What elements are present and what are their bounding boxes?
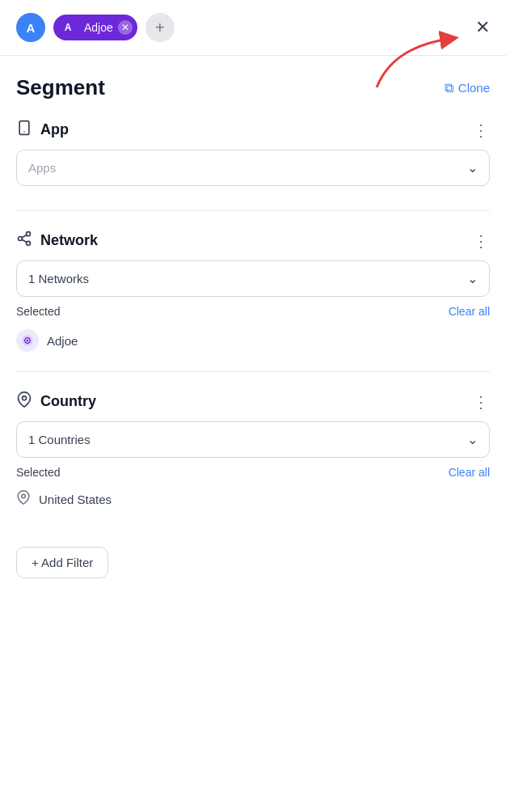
close-button[interactable]: ✕ [475,19,490,36]
svg-point-8 [23,396,27,400]
country-clear-all-button[interactable]: Clear all [449,466,490,479]
network-more-button[interactable]: ⋮ [473,233,490,249]
section-country-title-row: Country [16,391,96,412]
networks-dropdown-value: 1 Networks [28,272,89,285]
segment-title: Segment [16,75,105,100]
countries-dropdown-value: 1 Countries [28,433,91,446]
country-item-us: United States [16,487,490,511]
apps-dropdown-placeholder: Apps [28,161,56,175]
section-country: Country ⋮ 1 Countries ⌄ Selected Clear a… [16,391,490,527]
svg-line-5 [22,239,27,242]
countries-dropdown-chevron-icon: ⌄ [467,432,478,447]
section-network: Network ⋮ 1 Networks ⌄ Selected Clear al… [16,230,490,372]
section-network-title-row: Network [16,230,98,251]
main-content: Segment ⧉ Clone [0,56,506,594]
clone-button[interactable]: ⧉ Clone [445,81,490,95]
adjoe-name: Adjoe [47,334,78,348]
adjoe-icon [16,329,39,352]
section-network-title: Network [40,232,98,249]
clone-icon: ⧉ [445,81,453,95]
networks-dropdown[interactable]: 1 Networks ⌄ [16,260,490,297]
svg-point-9 [22,494,26,498]
apps-dropdown-chevron-icon: ⌄ [467,160,478,176]
countries-dropdown[interactable]: 1 Countries ⌄ [16,421,490,458]
section-country-header: Country ⋮ [16,391,490,412]
avatar-main[interactable]: A [16,13,45,42]
apps-dropdown[interactable]: Apps ⌄ [16,150,490,186]
add-filter-button[interactable]: + Add Filter [16,547,108,578]
segment-header: Segment ⧉ Clone [16,75,490,100]
section-app: App ⋮ Apps ⌄ [16,120,490,211]
chip-close-icon[interactable]: ✕ [118,20,133,35]
country-selected-label: Selected [16,466,60,479]
section-app-title: App [40,121,69,138]
country-selected-row: Selected Clear all [16,466,490,479]
add-tab-button[interactable]: + [145,13,175,42]
section-app-header: App ⋮ [16,120,490,140]
us-pin-icon [16,490,31,508]
chip-avatar: A [57,16,79,39]
app-more-button[interactable]: ⋮ [473,122,490,138]
section-country-title: Country [40,393,96,410]
svg-line-6 [22,235,27,237]
us-name: United States [39,493,112,506]
country-more-button[interactable]: ⋮ [473,394,490,410]
chip-label: Adjoe [84,21,113,34]
network-item-adjoe: Adjoe [16,326,490,355]
top-bar: A A Adjoe ✕ + ✕ [0,0,506,56]
section-app-title-row: App [16,120,69,140]
network-icon [16,230,32,251]
chip-adjoe[interactable]: A Adjoe ✕ [53,15,137,40]
networks-dropdown-chevron-icon: ⌄ [467,271,478,286]
network-selected-label: Selected [16,305,60,318]
section-network-header: Network ⋮ [16,230,490,251]
app-icon [16,120,32,140]
network-clear-all-button[interactable]: Clear all [449,305,490,318]
country-icon [16,391,32,412]
network-selected-row: Selected Clear all [16,305,490,318]
